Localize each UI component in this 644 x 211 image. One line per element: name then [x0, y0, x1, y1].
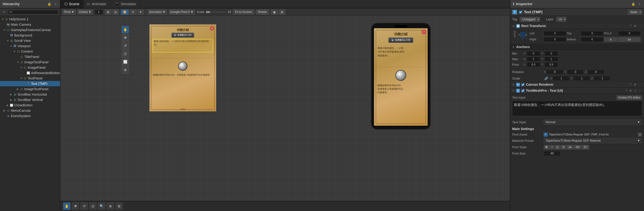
tree-item-gameplaycanvas[interactable]: ▼ ⬡ GameplayFeaturesCanvas: [0, 27, 60, 33]
hand-tool-bottom[interactable]: ✋: [63, 202, 70, 210]
anchors-section-header[interactable]: ▼ Anchors: [510, 44, 644, 50]
font-style-strikethrough[interactable]: S: [561, 145, 566, 149]
tree-item-eventsystem[interactable]: ⊛ EventSystem: [0, 113, 60, 119]
grid-btn[interactable]: ⊞: [105, 10, 112, 15]
rect-transform-settings[interactable]: ⚙: [633, 24, 637, 28]
left-field[interactable]: [544, 31, 566, 36]
rect-transform-question[interactable]: ?: [630, 24, 632, 28]
tree-item-imagetextpanel2[interactable]: ▶ ⬡ ImageTextPanel: [0, 86, 60, 92]
tmp-question[interactable]: ?: [625, 89, 628, 93]
tab-animator[interactable]: ▷ Animator: [84, 0, 111, 8]
tree-item-scrollview[interactable]: ▼ ⊡ Scroll View: [0, 38, 60, 43]
right-field[interactable]: [544, 37, 566, 42]
static-dropdown[interactable]: Static: [628, 10, 642, 15]
font-asset-select-btn[interactable]: ⊙: [638, 133, 642, 137]
rotate-tool-bottom[interactable]: ↺: [80, 202, 88, 210]
tab-scene[interactable]: ⬡ Scene: [60, 0, 84, 8]
global-dropdown[interactable]: Global ▼: [78, 10, 93, 15]
tree-item-imagepanel[interactable]: ▼ ⬡ ImagePanel: [0, 65, 60, 70]
text-style-dropdown[interactable]: Normal ▼: [544, 120, 642, 125]
tree-item-background[interactable]: 🖼 Background: [0, 33, 60, 38]
font-style-underline[interactable]: U: [554, 145, 560, 149]
bp-btn[interactable]: BP: [618, 37, 641, 42]
hand-tool-btn[interactable]: ✋: [122, 26, 129, 33]
anchor-min-y-field[interactable]: [544, 51, 558, 56]
tree-item-helpscene[interactable]: ▼ ⬡ HelpScene 1: [0, 17, 60, 22]
tree-item-scrollbar-v[interactable]: ▶ ⊡ Scrollbar Vertical: [0, 97, 60, 102]
device-dropdown[interactable]: Google Pixel 5 ▼: [169, 10, 195, 15]
search-tool-bottom[interactable]: 🔍: [98, 202, 105, 210]
extra2-tool-bottom[interactable]: ⊞: [116, 202, 123, 210]
tmp-external[interactable]: ↗: [634, 89, 637, 93]
enable-rtl-btn[interactable]: Enable RTL Editor: [616, 95, 642, 100]
font-style-bold[interactable]: B: [544, 145, 550, 149]
color-btn[interactable]: 🎨: [121, 10, 129, 15]
tab-simulator[interactable]: 📱 Simulator: [111, 0, 140, 8]
rotate-btn[interactable]: Rotate: [256, 10, 269, 15]
posz-field[interactable]: [618, 31, 641, 36]
tmp-more[interactable]: ⋮: [638, 89, 642, 93]
tmp-checkbox[interactable]: [521, 89, 524, 92]
canvas-renderer-settings[interactable]: ⚙: [633, 83, 637, 87]
scale-y-field[interactable]: [574, 76, 590, 81]
scale-slider[interactable]: [206, 12, 226, 13]
rect-transform-header[interactable]: ▼ ⬜ Rect Transform ? ⚙ ⋮: [510, 23, 644, 29]
rotation-z-field[interactable]: [588, 70, 604, 74]
canvas-renderer-more[interactable]: ⋮: [638, 83, 642, 87]
canvas-renderer-question[interactable]: ?: [630, 83, 632, 87]
tree-item-titlepanel[interactable]: ⬡ TitlePanel: [0, 54, 60, 60]
tree-item-texttmp[interactable]: T Text (TMP): [0, 81, 60, 86]
hierarchy-search-input[interactable]: [8, 10, 58, 14]
lighting-btn[interactable]: ☀: [130, 10, 136, 15]
anchor-max-y-field[interactable]: [544, 57, 558, 62]
pivot-dropdown[interactable]: Pivot ▼: [62, 10, 76, 15]
inspector-menu-btn[interactable]: ≡: [638, 2, 641, 6]
scale-link-icon[interactable]: 🔗: [544, 77, 549, 80]
font-style-italic[interactable]: I: [550, 145, 554, 149]
top-field[interactable]: [581, 31, 604, 36]
pivot-y-field[interactable]: [544, 62, 558, 67]
hierarchy-menu-btn[interactable]: ≡: [54, 2, 57, 6]
tag-dropdown[interactable]: Untagged: [520, 17, 540, 22]
bottom-field[interactable]: [581, 37, 604, 42]
zoom-input[interactable]: [94, 10, 103, 15]
rotate-tool-btn[interactable]: ↺: [122, 42, 129, 49]
tree-item-textpanel[interactable]: ▼ ⬡ TextPanel: [0, 76, 60, 81]
rect-tool-btn[interactable]: ⬜: [122, 58, 129, 66]
simulator-dropdown[interactable]: Simulator ▼: [148, 10, 167, 15]
layer-dropdown[interactable]: UI: [556, 17, 566, 22]
inspector-lock-btn[interactable]: 🔒: [630, 2, 636, 6]
r-btn[interactable]: R: [604, 37, 618, 42]
tmp-settings[interactable]: ⚙: [629, 89, 632, 93]
wireframe-watch-btn[interactable]: ▶ 免費暢玩1小時: [172, 33, 194, 38]
canvas-renderer-header[interactable]: ▼ 👁 Canvas Renderer ? ⚙ ⋮: [510, 82, 644, 88]
tmp-header[interactable]: ▼ T TextMeshPro - Text (UI) ? ⚙ ↗ ⋮: [510, 88, 644, 94]
tree-item-maincamera[interactable]: 📷 Main Camera: [0, 22, 60, 27]
font-style-uppercase[interactable]: AB: [574, 145, 582, 149]
move-tool-bottom[interactable]: ✥: [72, 202, 79, 210]
material-preset-dropdown[interactable]: TaipeiSansTCBeta-Regular SDF Material ▼: [544, 138, 642, 143]
font-style-smallcaps[interactable]: SC: [582, 145, 589, 149]
effects-btn[interactable]: ✦: [137, 10, 144, 15]
extra-tool-bottom[interactable]: ⊕: [107, 202, 114, 210]
tree-item-scrollbar-h[interactable]: ▶ ⊡ Scrollbar Horizontal: [0, 92, 60, 97]
text-input-field[interactable]: 觀看30秒的廣告，一小時內不再出現彈窗廣告(受到懲罰除外)。: [512, 101, 642, 116]
scale-tool-btn[interactable]: ⊡: [122, 50, 129, 58]
transform-tool-btn[interactable]: ⊕: [122, 66, 129, 74]
scale-x-field[interactable]: [553, 76, 570, 81]
phone-watch-btn[interactable]: ▶ 免費暢玩1小時: [388, 38, 414, 43]
pan-tool-bottom[interactable]: ⊡: [89, 202, 96, 210]
fit-to-screen-btn[interactable]: Fit to Screen: [233, 10, 254, 15]
rect-transform-more[interactable]: ⋮: [638, 24, 642, 28]
move-tool-btn[interactable]: ✥: [122, 34, 129, 41]
font-size-field[interactable]: [544, 151, 560, 156]
tree-item-adrewardedbutton[interactable]: ⬜ AdRewardedButton: [0, 70, 60, 76]
tree-item-closebutton[interactable]: ▶ ⬜ CloseButton: [0, 102, 60, 108]
tree-item-imagetextpanel[interactable]: ▼ ⬡ ImageTextPanel: [0, 60, 60, 65]
tree-item-content[interactable]: ▼ ⬡ Content: [0, 49, 60, 54]
canvas-renderer-checkbox[interactable]: [521, 83, 524, 86]
rotation-x-field[interactable]: [546, 70, 563, 74]
hierarchy-lock-btn[interactable]: 🔒: [46, 2, 52, 6]
grid2-btn[interactable]: ⊟: [112, 10, 119, 15]
tree-item-viewport[interactable]: ▼ 🖼 Viewport: [0, 43, 60, 49]
